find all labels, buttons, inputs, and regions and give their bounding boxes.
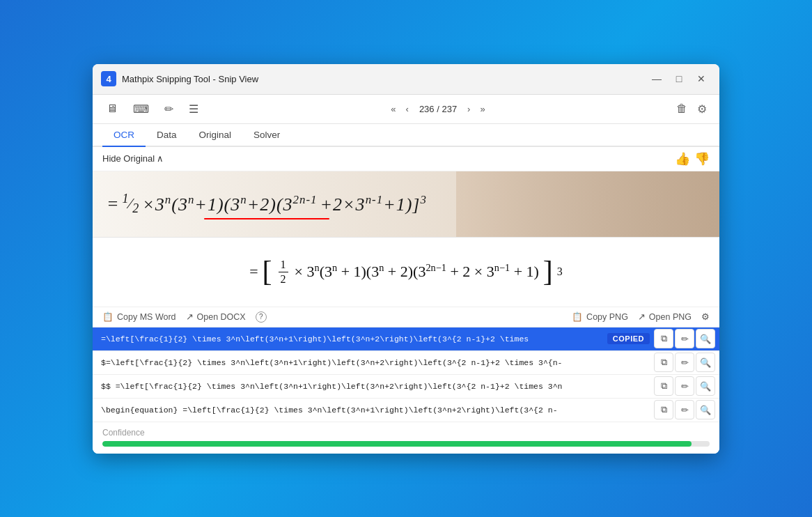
maximize-button[interactable]: □ bbox=[669, 69, 689, 88]
code-row[interactable]: $$ =\left[\frac{1}{2} \times 3^n\left(3^… bbox=[93, 375, 719, 399]
row-actions: ⧉ ✏ 🔍 bbox=[654, 353, 719, 372]
open-png-icon: ↗ bbox=[638, 311, 646, 322]
toolbar-right: 🗑 ⚙ bbox=[673, 100, 710, 118]
row-search-button[interactable]: 🔍 bbox=[696, 400, 715, 419]
right-bracket: ] bbox=[543, 258, 553, 285]
code-text: $=\left[\frac{1}{2} \times 3^n\left(3^n+… bbox=[93, 351, 654, 374]
minimize-button[interactable]: — bbox=[647, 69, 666, 88]
row-actions: ⧉ ✏ 🔍 bbox=[654, 329, 719, 348]
hide-original-button[interactable]: Hide Original ∧ bbox=[102, 153, 164, 164]
app-window: 4 Mathpix Snipping Tool - Snip View — □ … bbox=[93, 64, 719, 454]
row-copy-button[interactable]: ⧉ bbox=[654, 353, 673, 372]
row-edit-button[interactable]: ✏ bbox=[675, 376, 694, 396]
title-bar: 4 Mathpix Snipping Tool - Snip View — □ … bbox=[93, 64, 719, 95]
row-copy-button[interactable]: ⧉ bbox=[654, 376, 673, 396]
image-preview: = 1⁄2 ×3n(3n+1)(3n+2)(32n-1 +2×3n-1+1)]3 bbox=[93, 171, 719, 238]
keyboard-icon[interactable]: ⌨ bbox=[129, 100, 153, 118]
search-icon: 🔍 bbox=[700, 357, 711, 368]
tab-solver[interactable]: Solver bbox=[242, 124, 291, 147]
copy-png-label: Copy PNG bbox=[586, 312, 628, 322]
open-docx-label: Open DOCX bbox=[197, 312, 246, 322]
tabs: OCR Data Original Solver bbox=[93, 124, 719, 147]
hide-original-bar: Hide Original ∧ 👍 👎 bbox=[93, 147, 719, 171]
copy-icon: ⧉ bbox=[661, 404, 667, 415]
row-actions: ⧉ ✏ 🔍 bbox=[654, 400, 719, 419]
trash-icon[interactable]: 🗑 bbox=[673, 100, 690, 118]
open-png-label: Open PNG bbox=[649, 312, 692, 322]
tab-ocr[interactable]: OCR bbox=[102, 124, 146, 147]
open-docx-button[interactable]: ↗ Open DOCX bbox=[186, 311, 246, 322]
code-row[interactable]: $=\left[\frac{1}{2} \times 3^n\left(3^n+… bbox=[93, 351, 719, 375]
tab-data[interactable]: Data bbox=[146, 124, 188, 147]
row-search-button[interactable]: 🔍 bbox=[696, 353, 715, 372]
code-text: =\left[\frac{1}{2} \times 3^n\left(3^n+1… bbox=[93, 327, 607, 350]
copy-word-icon: 📋 bbox=[102, 311, 114, 322]
copy-word-label: Copy MS Word bbox=[117, 312, 176, 322]
red-underline bbox=[204, 218, 329, 219]
code-row[interactable]: \begin{equation} =\left[\frac{1}{2} \tim… bbox=[93, 399, 719, 422]
feedback-icons: 👍 👎 bbox=[675, 151, 710, 167]
hide-original-label: Hide Original bbox=[102, 153, 155, 164]
edit-icon: ✏ bbox=[681, 381, 689, 392]
copy-settings-button[interactable]: ⚙ bbox=[701, 311, 710, 322]
search-icon: 🔍 bbox=[700, 381, 711, 392]
menu-icon[interactable]: ☰ bbox=[185, 100, 203, 118]
copy-icon: ⧉ bbox=[661, 380, 667, 392]
copy-help-button[interactable]: ? bbox=[256, 311, 267, 323]
code-text: \begin{equation} =\left[\frac{1}{2} \tim… bbox=[93, 399, 654, 422]
math-render-area: = [ 1 2 × 3n(3n + 1)(3n + 2)(32n−1 + 2 ×… bbox=[93, 238, 719, 307]
edit-icon: ✏ bbox=[681, 405, 689, 415]
thumbs-down-icon[interactable]: 👎 bbox=[694, 151, 710, 167]
copy-settings-icon: ⚙ bbox=[701, 311, 710, 322]
nav-controls: « ‹ 236 / 237 › » bbox=[387, 102, 488, 116]
window-controls: — □ ✕ bbox=[647, 69, 711, 88]
edit-icon: ✏ bbox=[681, 357, 689, 368]
row-actions: ⧉ ✏ 🔍 bbox=[654, 376, 719, 396]
nav-first-button[interactable]: « bbox=[387, 102, 399, 116]
nav-counter: 236 / 237 bbox=[415, 104, 461, 114]
copy-bar: 📋 Copy MS Word ↗ Open DOCX ? 📋 Copy PNG … bbox=[93, 307, 719, 327]
nav-next-button[interactable]: › bbox=[464, 102, 474, 116]
search-icon: 🔍 bbox=[700, 334, 711, 344]
nav-last-button[interactable]: » bbox=[476, 102, 488, 116]
app-icon: 4 bbox=[101, 71, 116, 86]
edit-icon: ✏ bbox=[681, 334, 689, 344]
math-display: = [ 1 2 × 3n(3n + 1)(3n + 2)(32n−1 + 2 ×… bbox=[249, 258, 563, 285]
confidence-track bbox=[102, 441, 710, 447]
confidence-section: Confidence bbox=[93, 422, 719, 454]
settings-icon[interactable]: ⚙ bbox=[694, 100, 710, 118]
tab-original[interactable]: Original bbox=[188, 124, 243, 147]
code-rows: =\left[\frac{1}{2} \times 3^n\left(3^n+1… bbox=[93, 327, 719, 422]
monitor-icon[interactable]: 🖥 bbox=[102, 100, 122, 118]
row-edit-button[interactable]: ✏ bbox=[675, 353, 694, 372]
row-edit-button[interactable]: ✏ bbox=[675, 400, 694, 419]
open-png-button[interactable]: ↗ Open PNG bbox=[638, 311, 692, 322]
nav-prev-button[interactable]: ‹ bbox=[403, 102, 412, 116]
row-search-button[interactable]: 🔍 bbox=[696, 329, 715, 348]
thumbs-up-icon[interactable]: 👍 bbox=[675, 151, 690, 167]
help-icon: ? bbox=[256, 311, 267, 323]
pen-icon[interactable]: ✏ bbox=[160, 100, 178, 118]
close-button[interactable]: ✕ bbox=[692, 69, 711, 88]
content-area: Hide Original ∧ 👍 👎 = 1⁄2 ×3n(3n+1)(3n+2… bbox=[93, 147, 719, 454]
confidence-fill bbox=[102, 441, 692, 447]
copy-bar-right: 📋 Copy PNG ↗ Open PNG ⚙ bbox=[572, 311, 710, 322]
confidence-label: Confidence bbox=[102, 428, 710, 438]
code-row[interactable]: =\left[\frac{1}{2} \times 3^n\left(3^n+1… bbox=[93, 327, 719, 351]
copy-ms-word-button[interactable]: 📋 Copy MS Word bbox=[102, 311, 176, 322]
row-search-button[interactable]: 🔍 bbox=[696, 376, 715, 396]
copy-icon: ⧉ bbox=[661, 333, 667, 344]
handwritten-math: = bbox=[107, 194, 120, 215]
row-edit-button[interactable]: ✏ bbox=[675, 329, 694, 348]
row-copy-button[interactable]: ⧉ bbox=[654, 329, 673, 348]
copied-badge: COPIED bbox=[607, 333, 650, 344]
window-title: Mathpix Snipping Tool - Snip View bbox=[122, 74, 647, 84]
open-docx-icon: ↗ bbox=[186, 311, 194, 322]
chevron-up-icon: ∧ bbox=[157, 153, 164, 164]
copy-icon: ⧉ bbox=[661, 357, 667, 368]
toolbar: 🖥 ⌨ ✏ ☰ « ‹ 236 / 237 › » 🗑 ⚙ bbox=[93, 95, 719, 124]
search-icon: 🔍 bbox=[700, 405, 711, 415]
copy-png-button[interactable]: 📋 Copy PNG bbox=[572, 311, 628, 322]
row-copy-button[interactable]: ⧉ bbox=[654, 400, 673, 419]
copy-png-icon: 📋 bbox=[572, 311, 583, 322]
